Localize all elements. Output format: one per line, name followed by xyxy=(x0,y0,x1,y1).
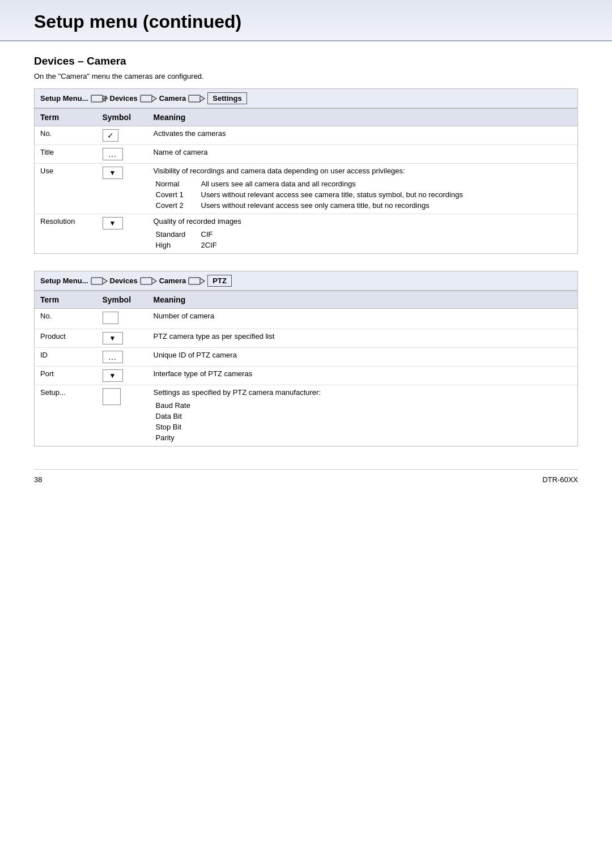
meaning-port: Interface type of PTZ cameras xyxy=(148,367,578,385)
symbol-check: ✓ xyxy=(97,126,148,145)
checkmark-icon: ✓ xyxy=(103,129,118,142)
symbol-resolution: ▼ xyxy=(97,214,148,254)
table-row: Resolution ▼ Quality of recorded images … xyxy=(35,214,578,254)
th-term-1: Term xyxy=(35,109,97,126)
nav-arrow-icon-2c xyxy=(188,275,205,287)
footer-page-number: 38 xyxy=(34,475,42,484)
th-symbol-2: Symbol xyxy=(97,291,148,309)
dots-icon: ... xyxy=(103,351,123,363)
nav-ptz-box-2: PTZ xyxy=(207,275,232,287)
page-title: Setup menu (continued) xyxy=(34,11,578,32)
svg-rect-5 xyxy=(91,278,103,284)
term-title: Title xyxy=(35,145,97,164)
th-term-2: Term xyxy=(35,291,97,309)
list-item: Parity xyxy=(154,432,572,443)
symbol-no-2 xyxy=(97,309,148,329)
footer-model: DTR-60XX xyxy=(542,475,578,484)
symbol-dots: ... xyxy=(97,145,148,164)
nav-camera-2: Camera xyxy=(159,276,186,285)
list-item: Normal All users see all camera data and… xyxy=(154,178,572,189)
table-row: No. Number of camera xyxy=(35,309,578,329)
svg-rect-7 xyxy=(189,278,200,284)
list-item: Baud Rate xyxy=(154,400,572,411)
symbol-port: ▼ xyxy=(97,367,148,385)
svg-rect-0 xyxy=(91,95,103,102)
list-item: Data Bit xyxy=(154,411,572,422)
nav-ptz-label-2: PTZ xyxy=(212,276,227,285)
th-meaning-1: Meaning xyxy=(148,109,578,126)
empty-box-icon xyxy=(103,312,118,324)
meaning-product: PTZ camera type as per specified list xyxy=(148,329,578,348)
page-title-bar: Setup menu (continued) xyxy=(0,0,612,41)
term-no: No. xyxy=(35,126,97,145)
term-setup: Setup... xyxy=(35,385,97,446)
meaning-id: Unique ID of PTZ camera xyxy=(148,348,578,367)
nav-arrow-icon-1a xyxy=(91,93,108,104)
nav-settings-label-1: Settings xyxy=(212,94,241,103)
meaning-use: Visibility of recordings and camera data… xyxy=(148,164,578,214)
term-id: ID xyxy=(35,348,97,367)
symbol-use: ▼ xyxy=(97,164,148,214)
nav-setup-menu-1: Setup Menu... xyxy=(40,94,88,103)
nav-devices-1: Devices xyxy=(110,94,138,103)
section-devices-camera: Devices – Camera On the "Camera" menu th… xyxy=(34,55,578,254)
table-row: Setup... Settings as specified by PTZ ca… xyxy=(35,385,578,446)
nav-devices-2: Devices xyxy=(110,276,138,285)
list-item: Stop Bit xyxy=(154,422,572,432)
nav-arrow-icon-1c xyxy=(188,93,205,104)
meaning-resolution: Quality of recorded images Standard CIF … xyxy=(148,214,578,254)
svg-rect-4 xyxy=(189,95,200,102)
list-item: High 2CIF xyxy=(154,240,572,250)
term-resolution: Resolution xyxy=(35,214,97,254)
nav-bar-1: Setup Menu... Devices Camera Settings xyxy=(34,88,578,108)
table-section1: Term Symbol Meaning No. ✓ Activates the … xyxy=(34,108,578,254)
dropdown-icon: ▼ xyxy=(103,369,123,382)
dropdown-icon: ▼ xyxy=(103,332,123,344)
meaning-no: Activates the cameras xyxy=(148,126,578,145)
dropdown-icon: ▼ xyxy=(103,167,123,179)
list-item: Covert 1 Users without relevant access s… xyxy=(154,189,572,200)
nav-arrow-icon-1b xyxy=(140,93,157,104)
table-row: Use ▼ Visibility of recordings and camer… xyxy=(35,164,578,214)
symbol-id: ... xyxy=(97,348,148,367)
nav-camera-1: Camera xyxy=(159,94,186,103)
dots-icon: ... xyxy=(103,148,123,160)
table-section2: Term Symbol Meaning No. Number of camera… xyxy=(34,291,578,446)
nav-settings-box-1: Settings xyxy=(207,92,246,104)
term-port: Port xyxy=(35,367,97,385)
dropdown-icon: ▼ xyxy=(103,217,123,229)
section-devices-camera-ptz: Setup Menu... Devices Camera PTZ Term Sy… xyxy=(34,271,578,446)
table-row: No. ✓ Activates the cameras xyxy=(35,126,578,145)
meaning-title: Name of camera xyxy=(148,145,578,164)
nav-bar-2: Setup Menu... Devices Camera PTZ xyxy=(34,271,578,291)
meaning-no-2: Number of camera xyxy=(148,309,578,329)
large-box-icon xyxy=(103,388,121,405)
term-use: Use xyxy=(35,164,97,214)
nav-setup-menu-2: Setup Menu... xyxy=(40,276,88,285)
meaning-setup: Settings as specified by PTZ camera manu… xyxy=(148,385,578,446)
page-footer: 38 DTR-60XX xyxy=(34,469,578,484)
svg-rect-6 xyxy=(141,278,152,284)
list-item: Covert 2 Users without relevant access s… xyxy=(154,200,572,211)
symbol-product: ▼ xyxy=(97,329,148,348)
th-meaning-2: Meaning xyxy=(148,291,578,309)
section1-title: Devices – Camera xyxy=(34,55,578,67)
section1-description: On the "Camera" menu the cameras are con… xyxy=(34,72,578,80)
term-product: Product xyxy=(35,329,97,348)
th-symbol-1: Symbol xyxy=(97,109,148,126)
nav-arrow-icon-2a xyxy=(91,275,108,287)
table-row: Product ▼ PTZ camera type as per specifi… xyxy=(35,329,578,348)
list-item: Standard CIF xyxy=(154,229,572,240)
svg-rect-3 xyxy=(141,95,152,102)
term-no-2: No. xyxy=(35,309,97,329)
table-row: ID ... Unique ID of PTZ camera xyxy=(35,348,578,367)
table-row: Port ▼ Interface type of PTZ cameras xyxy=(35,367,578,385)
symbol-setup xyxy=(97,385,148,446)
nav-arrow-icon-2b xyxy=(140,275,157,287)
table-row: Title ... Name of camera xyxy=(35,145,578,164)
